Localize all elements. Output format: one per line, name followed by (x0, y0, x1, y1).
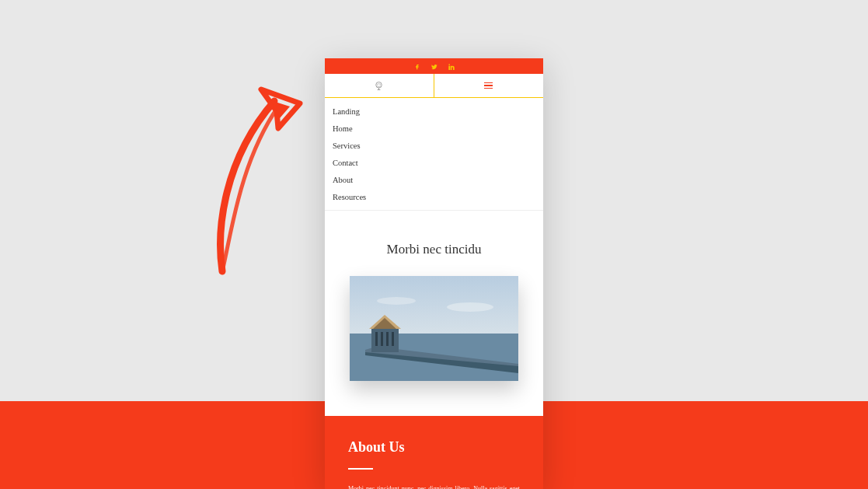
mobile-preview: Landing Home Services Contact About Reso… (325, 58, 543, 489)
svg-point-6 (377, 297, 416, 305)
hamburger-icon (484, 82, 493, 89)
mobile-header (325, 74, 543, 98)
nav-item-services[interactable]: Services (325, 137, 543, 154)
mobile-nav: Landing Home Services Contact About Reso… (325, 98, 543, 211)
about-section: About Us Morbi nec tincidunt nunc, nec d… (325, 416, 543, 489)
hamburger-menu-button[interactable] (434, 74, 544, 97)
svg-rect-13 (381, 332, 383, 346)
nav-item-home[interactable]: Home (325, 120, 543, 137)
logo-area[interactable] (325, 74, 434, 97)
facebook-icon[interactable] (414, 59, 420, 73)
logo-icon (373, 80, 385, 92)
nav-item-about[interactable]: About (325, 171, 543, 188)
about-title: About Us (348, 439, 520, 456)
linkedin-icon[interactable] (448, 59, 455, 73)
nav-item-contact[interactable]: Contact (325, 154, 543, 171)
content-title: Morbi nec tincidu (336, 242, 532, 257)
social-bar (325, 58, 543, 74)
nav-item-resources[interactable]: Resources (325, 188, 543, 205)
svg-point-0 (376, 82, 382, 88)
about-divider (348, 468, 373, 470)
annotation-arrow (200, 74, 325, 276)
twitter-icon[interactable] (431, 59, 437, 73)
content-section: Morbi nec tincidu (325, 211, 543, 396)
svg-rect-15 (392, 332, 394, 346)
svg-rect-14 (386, 332, 389, 346)
about-text: Morbi nec tincidunt nunc, nec dignissim … (348, 484, 520, 489)
svg-rect-12 (375, 332, 378, 346)
nav-item-landing[interactable]: Landing (325, 103, 543, 120)
svg-point-5 (447, 302, 493, 312)
hero-image (350, 276, 518, 381)
